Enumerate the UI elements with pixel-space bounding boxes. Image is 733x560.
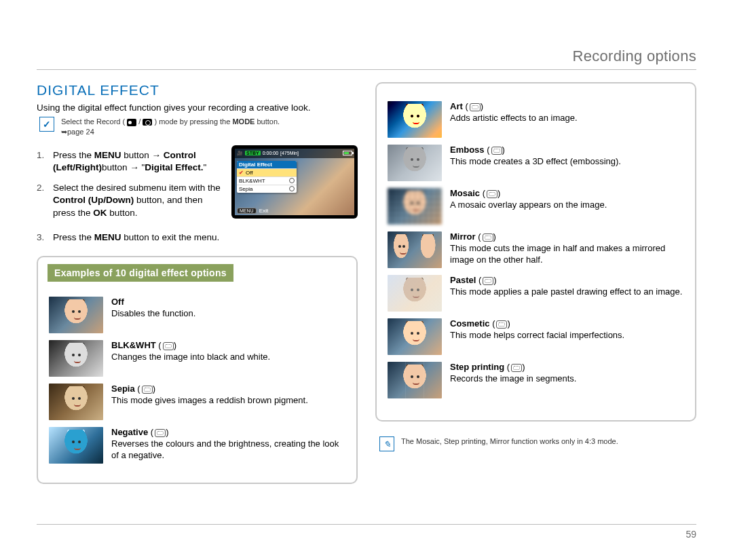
tip-suffix2: button. (257, 117, 280, 126)
effect-thumb (49, 384, 103, 420)
effect-row: Mosaic ()A mosaic overlay appears on the… (388, 188, 684, 225)
page-number: 59 (37, 524, 696, 540)
rec-mode-icon: 🎥 (237, 151, 243, 156)
effect-text: Pastel ()This mode applies a pale pastel… (450, 275, 682, 312)
lcd-remain: [475Min] (280, 151, 299, 155)
effect-desc: Disables the function. (111, 308, 195, 318)
lcd-menu-title: Digital Effect (237, 161, 297, 168)
effect-row: BLK&WHT ()Changes the image into black a… (49, 340, 345, 377)
effect-name: Emboss (450, 145, 485, 155)
lcd-menu-row-bw: BLK&WHT (237, 176, 297, 185)
step-num: 3. (37, 231, 48, 244)
effect-thumb (388, 318, 442, 355)
effect-row: Mirror ()This mode cuts the image in hal… (388, 231, 684, 268)
lcd-row-label: BLK&WHT (239, 178, 265, 184)
page-title: Recording options (37, 48, 696, 70)
effect-desc: Changes the image into black and white. (111, 352, 270, 362)
t: Select the desired submenu item with the (53, 183, 221, 193)
mode-tip: ✓ Select the Record ( / ) mode by pressi… (39, 117, 358, 137)
effect-thumb (388, 362, 442, 398)
footnote-text: The Mosaic, Step printing, Mirror functi… (401, 436, 618, 447)
effect-text: OffDisables the function. (111, 297, 195, 333)
effect-name: Step printing (450, 362, 504, 372)
effect-desc: This mode gives images a reddish brown p… (111, 395, 308, 405)
effect-thumb (388, 231, 442, 268)
examples-panel-heading: Examples of 10 digital effect options (48, 264, 233, 282)
effect-desc: This mode creates a 3D effect (embossing… (450, 156, 621, 166)
effect-row: Art ()Adds artistic effects to an image. (388, 101, 684, 138)
camcorder-icon (127, 119, 136, 126)
lcd-row-label: Off (246, 170, 253, 176)
effect-icon (487, 190, 497, 198)
lcd-exit-label: Exit (259, 208, 268, 214)
effect-text: Sepia ()This mode gives images a reddish… (111, 384, 308, 420)
b: Control (Up/Down) (53, 195, 134, 205)
effect-thumb (49, 427, 103, 464)
effect-row: Step printing ()Records the image in seg… (388, 362, 684, 398)
effect-text: Emboss ()This mode creates a 3D effect (… (450, 145, 621, 181)
lcd-row-label: Sepia (239, 186, 252, 192)
effect-desc: This mode applies a pale pastel drawing … (450, 286, 682, 297)
lcd-statusbar: 🎥 STBY 0:00:00 [475Min] (235, 149, 354, 158)
step-2: 2. Select the desired submenu item with … (37, 182, 225, 219)
examples-panel-right: Art ()Adds artistic effects to an image.… (375, 82, 696, 422)
footnote: ✎ The Mosaic, Step printing, Mirror func… (379, 436, 696, 451)
b: MENU (94, 232, 121, 242)
effect-row: OffDisables the function. (49, 297, 345, 333)
left-column: DIGITAL EFFECT Using the digital effect … (37, 82, 358, 484)
effect-icon (491, 147, 502, 155)
effect-thumb (49, 340, 103, 377)
right-column: Art ()Adds artistic effects to an image.… (375, 82, 696, 484)
lcd-menu: Digital Effect ✔ Off BLK&WHT Sepia (237, 161, 297, 193)
mode-tip-text: Select the Record ( / ) mode by pressing… (61, 117, 280, 137)
content-columns: DIGITAL EFFECT Using the digital effect … (37, 82, 696, 484)
effect-icon (483, 234, 493, 242)
effect-row: Pastel ()This mode applies a pale pastel… (388, 275, 684, 312)
effect-name: BLK&WHT (111, 340, 156, 350)
battery-icon (343, 151, 352, 155)
effect-text: Negative ()Reverses the colours and the … (111, 427, 345, 464)
effect-name: Off (111, 297, 124, 307)
b: Digital Effect. (145, 162, 203, 172)
step-3: 3. Press the MENU button to exit the men… (37, 231, 358, 244)
effect-desc: This mode cuts the image in half and mak… (450, 243, 665, 265)
effect-text: Mirror ()This mode cuts the image in hal… (450, 231, 684, 268)
section-heading: DIGITAL EFFECT (37, 82, 358, 98)
steps-list: 1. Press the MENU button → Control (Left… (37, 145, 225, 227)
effect-text: Step printing ()Records the image in seg… (450, 362, 576, 398)
effect-icon (511, 364, 522, 372)
effect-desc: Adds artistic effects to an image. (450, 113, 578, 123)
effect-desc: A mosaic overlay appears on the image. (450, 200, 607, 210)
step-1: 1. Press the MENU button → Control (Left… (37, 149, 225, 174)
effect-name: Mosaic (450, 188, 480, 198)
steps-list-cont: 3. Press the MENU button to exit the men… (37, 231, 358, 244)
effect-icon (289, 178, 295, 183)
step-num: 1. (37, 149, 48, 174)
page: Recording options DIGITAL EFFECT Using t… (0, 0, 733, 560)
t: button. (107, 208, 138, 218)
effect-thumb (388, 145, 442, 181)
lcd-screenshot: 🎥 STBY 0:00:00 [475Min] Digital Effect ✔… (231, 145, 358, 219)
lcd-menu-row-sepia: Sepia (237, 185, 297, 193)
effect-desc: This mode helps correct facial imperfect… (450, 330, 624, 340)
menu-button-icon: MENU (237, 208, 257, 214)
effect-name: Mirror (450, 231, 476, 242)
lcd-stby: STBY (245, 151, 261, 155)
effect-name: Pastel (450, 275, 476, 285)
effect-text: Mosaic ()A mosaic overlay appears on the… (450, 188, 607, 225)
effect-row: Negative ()Reverses the colours and the … (49, 427, 345, 464)
lcd-time: 0:00:00 (263, 151, 278, 155)
effect-icon (142, 386, 153, 394)
t: " (204, 162, 207, 172)
effect-row: Cosmetic ()This mode helps correct facia… (388, 318, 684, 355)
step-num: 2. (37, 182, 48, 219)
t: button → (121, 150, 164, 160)
check-icon: ✓ (39, 117, 54, 132)
effect-text: Art ()Adds artistic effects to an image. (450, 101, 578, 138)
b: OK (93, 208, 107, 218)
camera-icon (143, 119, 152, 126)
b: MENU (94, 150, 121, 160)
effect-thumb (388, 101, 442, 138)
effect-name: Cosmetic (450, 318, 490, 329)
effect-icon (470, 103, 481, 111)
